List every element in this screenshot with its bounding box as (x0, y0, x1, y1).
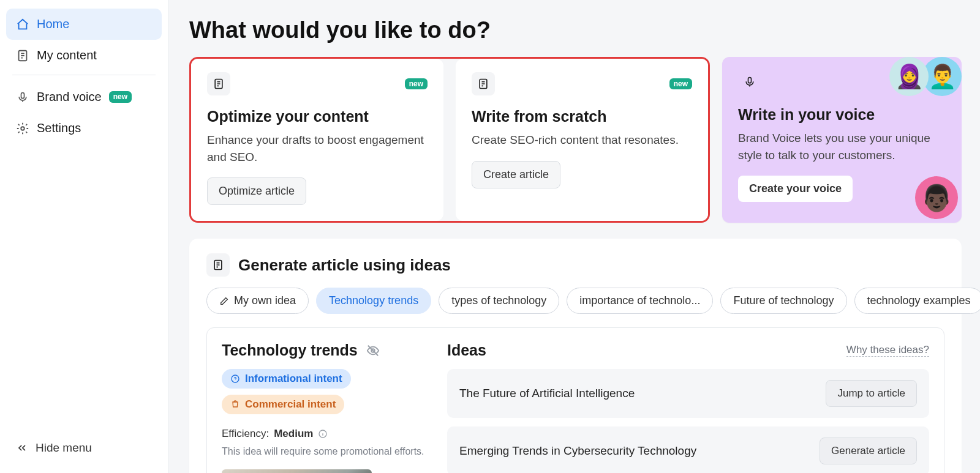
generate-body: Technology trends Informational intent C… (206, 327, 944, 473)
avatar-group-top: 🧕 👨‍🦱 (889, 57, 962, 96)
avatar: 👨🏿 (915, 176, 958, 219)
sidebar: Home My content Brand voice new Settings (0, 0, 168, 473)
nav-list-secondary: Brand voice new Settings (6, 81, 162, 144)
document-icon (206, 253, 230, 277)
card-description: Brand Voice lets you use your unique sty… (738, 130, 946, 163)
idea-text: Emerging Trends in Cybersecurity Technol… (459, 444, 696, 458)
create-your-voice-button[interactable]: Create your voice (738, 176, 853, 202)
sidebar-item-label: Brand voice (37, 90, 102, 104)
svg-rect-1 (21, 92, 24, 98)
card-brand-voice[interactable]: 🧕 👨‍🦱 Write in your voice Brand Voice le… (722, 57, 962, 223)
create-article-button[interactable]: Create article (472, 161, 560, 188)
ideas-title: Ideas (447, 341, 486, 359)
card-title: Write from scratch (472, 108, 692, 125)
card-write-from-scratch[interactable]: new Write from scratch Create SEO-rich c… (456, 59, 708, 221)
optimize-article-button[interactable]: Optimize article (207, 177, 306, 205)
idea-text: The Future of Artificial Intelligence (459, 387, 635, 400)
topic-preview-image (222, 469, 372, 473)
annotated-card-group: new Optimize your content Enhance your d… (189, 57, 710, 223)
new-badge: new (109, 91, 132, 102)
cards-row: new Optimize your content Enhance your d… (189, 57, 962, 223)
why-these-ideas-link[interactable]: Why these ideas? (846, 344, 929, 357)
chip-technology-examples[interactable]: technology examples (854, 288, 981, 314)
efficiency-note: This idea will require some promotional … (222, 445, 430, 458)
document-icon (472, 72, 495, 95)
generate-article-button[interactable]: Generate article (820, 438, 917, 464)
sidebar-item-my-content[interactable]: My content (6, 40, 162, 71)
idea-row: The Future of Artificial Intelligence Ju… (447, 369, 929, 418)
sidebar-item-home[interactable]: Home (6, 9, 162, 40)
ideas-panel: Ideas Why these ideas? The Future of Art… (447, 341, 929, 473)
chip-my-own-idea[interactable]: My own idea (206, 288, 309, 314)
document-icon (207, 72, 230, 95)
info-icon[interactable] (318, 429, 328, 439)
chip-label: importance of technolo... (579, 294, 700, 307)
intent-label: Commercial intent (245, 398, 336, 411)
gear-icon (16, 122, 29, 135)
idea-row: Emerging Trends in Cybersecurity Technol… (447, 426, 929, 473)
new-badge: new (669, 78, 692, 89)
chip-types-of-technology[interactable]: types of technology (439, 288, 559, 314)
main-content: What would you like to do? new Optimize … (168, 0, 980, 473)
jump-to-article-button[interactable]: Jump to article (826, 380, 917, 407)
card-header: new (472, 72, 692, 95)
chevron-double-left-icon (16, 442, 28, 454)
microphone-icon (16, 91, 29, 104)
sidebar-item-label: Home (37, 17, 69, 31)
chip-label: types of technology (451, 294, 546, 307)
svg-rect-5 (748, 78, 752, 83)
efficiency-value: Medium (274, 428, 313, 440)
chip-future-of-technology[interactable]: Future of technology (720, 288, 846, 314)
intent-commercial-badge: Commercial intent (222, 395, 344, 414)
topic-title: Technology trends (222, 341, 358, 359)
chip-label: Technology trends (329, 294, 418, 307)
sidebar-item-settings[interactable]: Settings (6, 113, 162, 144)
new-badge: new (405, 78, 428, 89)
microphone-icon (738, 70, 761, 94)
card-title: Optimize your content (207, 108, 428, 125)
page-title: What would you like to do? (189, 17, 962, 43)
intent-label: Informational intent (245, 373, 342, 385)
document-icon (16, 49, 29, 62)
efficiency-label: Efficiency: (222, 428, 269, 440)
topic-chips: My own idea Technology trends types of t… (206, 288, 944, 314)
sidebar-item-label: My content (37, 48, 97, 62)
home-icon (16, 18, 29, 31)
hide-menu-label: Hide menu (36, 441, 92, 455)
efficiency-row: Efficiency: Medium (222, 428, 430, 440)
card-header: new (207, 72, 428, 95)
generate-header: Generate article using ideas (206, 253, 944, 277)
generate-panel: Generate article using ideas My own idea… (189, 239, 962, 473)
intent-informational-badge: Informational intent (222, 369, 351, 389)
sidebar-item-label: Settings (37, 121, 81, 135)
chip-importance-of-technology[interactable]: importance of technolo... (567, 288, 713, 314)
hide-menu-button[interactable]: Hide menu (6, 431, 162, 464)
eye-off-icon[interactable] (366, 344, 380, 357)
svg-point-2 (21, 127, 24, 130)
nav-separator (12, 75, 156, 75)
card-description: Create SEO-rich content that resonates. (472, 132, 692, 149)
generate-title: Generate article using ideas (238, 256, 451, 275)
card-title: Write in your voice (738, 106, 946, 124)
sidebar-item-brand-voice[interactable]: Brand voice new (6, 81, 162, 113)
card-optimize[interactable]: new Optimize your content Enhance your d… (191, 59, 443, 221)
pencil-icon (219, 296, 229, 306)
avatar: 🧕 (889, 57, 929, 96)
chip-label: Future of technology (733, 294, 834, 307)
chip-label: My own idea (234, 294, 296, 307)
nav-list: Home My content (6, 9, 162, 71)
topic-details: Technology trends Informational intent C… (222, 341, 430, 473)
chip-label: technology examples (867, 294, 971, 307)
card-description: Enhance your drafts to boost engagement … (207, 132, 428, 165)
chip-technology-trends[interactable]: Technology trends (316, 288, 431, 314)
